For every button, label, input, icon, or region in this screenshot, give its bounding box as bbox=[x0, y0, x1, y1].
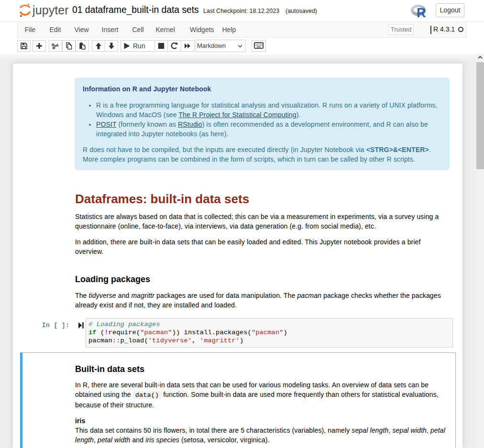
svg-text:R: R bbox=[417, 6, 426, 18]
